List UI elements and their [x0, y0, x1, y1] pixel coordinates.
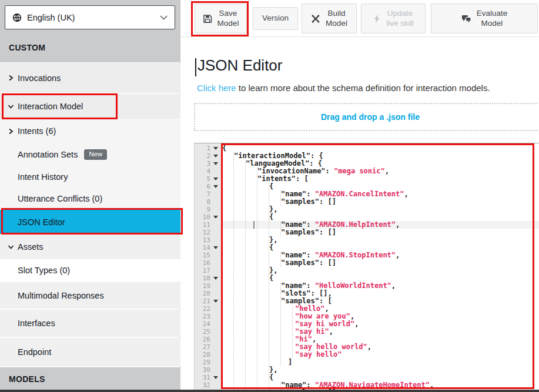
fold-icon[interactable] [213, 177, 218, 180]
line-number: 20 [195, 290, 210, 297]
sidebar-item-json-editor[interactable]: JSON Editor [0, 210, 180, 234]
line-number: 28 [195, 351, 210, 359]
alexa-console-page: English (UK) CUSTOM Invocations Interact… [0, 0, 539, 392]
toolbar: SaveModel Version BuildModel Updatelive … [181, 0, 539, 37]
sidebar-item-invocations[interactable]: Invocations [0, 63, 180, 93]
line-number: 8 [195, 198, 210, 206]
code-line[interactable]: "slots": [], [222, 290, 539, 297]
line-number: 10 [195, 213, 210, 221]
line-number: 6 [195, 183, 210, 190]
language-dropdown[interactable]: English (UK) [5, 5, 175, 29]
chat-icon [461, 14, 471, 24]
line-number: 29 [195, 359, 210, 366]
sidebar: English (UK) CUSTOM Invocations Interact… [0, 0, 180, 392]
code-line[interactable]: "name": "HelloWorldIntent", [222, 282, 539, 290]
bottom-edge-strip [0, 390, 539, 392]
code-line[interactable]: "say hi", [222, 328, 539, 336]
line-number: 25 [195, 328, 210, 336]
fold-icon[interactable] [213, 376, 218, 379]
fold-icon[interactable] [213, 277, 218, 280]
page-title: JSON Editor [197, 56, 283, 75]
save-icon [203, 14, 212, 24]
chevron-down-icon [8, 244, 14, 250]
line-number: 17 [195, 267, 210, 274]
text-caret [195, 58, 196, 76]
sidebar-item-annotation-sets[interactable]: Annotation Sets New [0, 143, 180, 166]
version-button[interactable]: Version [253, 7, 298, 30]
sidebar-item-slot-types[interactable]: Slot Types (0) [0, 259, 180, 282]
fold-icon[interactable] [213, 162, 218, 165]
bolt-icon [373, 14, 381, 24]
sidebar-item-utterance-conflicts[interactable]: Utterance Conflicts (0) [0, 187, 180, 210]
line-number: 23 [195, 313, 210, 320]
globe-icon [12, 13, 22, 22]
line-number: 30 [195, 366, 210, 374]
code-line[interactable]: "say hello world", [222, 343, 539, 351]
code-line[interactable]: "name": "AMAZON.StopIntent", [222, 252, 539, 259]
code-line[interactable]: "hi", [222, 336, 539, 343]
line-number: 15 [195, 252, 210, 259]
sidebar-item-endpoint[interactable]: Endpoint [0, 338, 180, 366]
section-header-models: MODELS [9, 374, 45, 384]
fold-icon[interactable] [213, 147, 218, 150]
line-number: 18 [195, 274, 210, 282]
section-header-custom: CUSTOM [9, 43, 45, 52]
sidebar-item-interaction-model[interactable]: Interaction Model [0, 94, 180, 119]
fold-icon[interactable] [213, 300, 218, 303]
editor-code[interactable]: {"interactionModel": {"languageModel": {… [222, 145, 539, 390]
sidebar-item-multimodal-responses[interactable]: Multimodal Responses [0, 282, 180, 309]
update-live-skill-button[interactable]: Updatelive skill [361, 4, 426, 33]
click-here-link[interactable]: Click here [197, 83, 236, 93]
language-dropdown-value: English (UK) [27, 13, 160, 22]
sidebar-item-intent-history[interactable]: Intent History [0, 166, 180, 187]
dropzone-label: Drag and drop a .json file [321, 112, 420, 122]
line-number: 5 [195, 175, 210, 183]
json-dropzone[interactable]: Drag and drop a .json file [194, 103, 539, 131]
line-number: 24 [195, 320, 210, 328]
schema-help-text: Click here to learn more about the schem… [197, 83, 490, 93]
line-number: 26 [195, 336, 210, 343]
line-number: 32 [195, 381, 210, 389]
line-number: 27 [195, 343, 210, 351]
build-icon [311, 14, 320, 24]
chevron-right-icon [8, 75, 14, 81]
json-code-editor[interactable]: 1234567891011121314151617181920212223242… [194, 143, 539, 390]
line-number: 14 [195, 244, 210, 252]
line-number: 16 [195, 259, 210, 267]
sidebar-item-assets[interactable]: Assets [0, 234, 180, 259]
line-number: 9 [195, 206, 210, 213]
line-number: 13 [195, 236, 210, 244]
code-line[interactable]: "name": "AMAZON.NavigateHomeIntent", [222, 381, 539, 389]
line-number: 7 [195, 190, 210, 198]
sidebar-item-intents[interactable]: Intents (6) [0, 119, 180, 143]
line-number: 1 [195, 145, 210, 152]
fold-icon[interactable] [213, 185, 218, 188]
sidebar-item-interfaces[interactable]: Interfaces [0, 310, 180, 337]
save-model-button[interactable]: SaveModel [195, 4, 247, 33]
code-line[interactable]: "samples": [ [222, 297, 539, 305]
new-badge: New [84, 149, 107, 160]
line-number: 22 [195, 305, 210, 313]
chevron-down-icon [160, 15, 168, 20]
code-line[interactable]: "name": "AMAZON.CancelIntent", [222, 190, 539, 198]
line-number: 4 [195, 167, 210, 175]
line-number: 21 [195, 297, 210, 305]
line-number: 12 [195, 229, 210, 236]
code-line[interactable]: "name": "AMAZON.HelpIntent", [222, 221, 539, 229]
chevron-right-icon [8, 128, 14, 135]
code-line[interactable]: "how are you", [222, 313, 539, 320]
code-line[interactable]: "hello", [222, 305, 539, 313]
code-line[interactable]: "say hello" [222, 351, 539, 359]
fold-icon[interactable] [213, 216, 218, 219]
text-cursor [253, 221, 255, 229]
evaluate-model-button[interactable]: EvaluateModel [431, 4, 538, 33]
editor-gutter: 1234567891011121314151617181920212223242… [195, 143, 222, 390]
main-content: SaveModel Version BuildModel Updatelive … [181, 0, 539, 392]
line-number: 11 [195, 221, 210, 229]
code-line[interactable]: "say hi world", [222, 320, 539, 328]
build-model-button[interactable]: BuildModel [302, 4, 357, 33]
chevron-down-icon [8, 103, 14, 109]
line-number: 3 [195, 160, 210, 167]
fold-icon[interactable] [213, 246, 218, 249]
fold-icon[interactable] [213, 155, 218, 158]
